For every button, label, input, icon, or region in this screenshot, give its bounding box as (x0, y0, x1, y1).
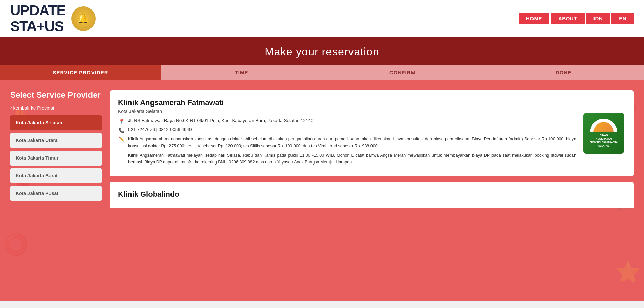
home-button[interactable]: HOME (519, 13, 549, 24)
city-jakarta-selatan[interactable]: Kota Jakarta Selatan (10, 115, 102, 130)
clinic-notes: Klinik Angsamerah mengharuskan konsultas… (128, 136, 576, 166)
logo-badge: 🔔 (71, 6, 96, 31)
reservation-banner: Make your reservation SERVICE PROVIDER T… (0, 37, 644, 80)
clinic-phone: 021 7247676 | 0812 9056 4940 (128, 127, 192, 132)
step-done[interactable]: DONE (483, 65, 644, 80)
clinic-notes-row: ✏️ Klinik Angsamerah mengharuskan konsul… (118, 136, 576, 166)
city-jakarta-utara[interactable]: Kota Jakarta Utara (10, 133, 102, 148)
sidebar-heading: Select Service Provider (10, 90, 102, 100)
clinic-city-angsamerah: Kota Jakarta Selatan (118, 109, 576, 114)
city-jakarta-barat[interactable]: Kota Jakarta Barat (10, 168, 102, 183)
logo-area: UPDATE STA+US 🔔 (10, 3, 96, 34)
steps-bar: SERVICE PROVIDER TIME CONFIRM DONE (0, 65, 644, 80)
nav-buttons: HOME ABOUT IDN EN (519, 13, 634, 24)
cards-area: Klinik Angsamerah Fatmawati Kota Jakarta… (110, 90, 634, 290)
clinic-name-globalindo: Klinik Globalindo (118, 190, 626, 199)
logo-text-dinas: DINASKESEHATAN PROVINSI DKI JAKARTA SELA… (586, 134, 621, 148)
step-service-provider[interactable]: SERVICE PROVIDER (0, 65, 161, 80)
clinic-info-globalindo: Klinik Globalindo (118, 190, 626, 200)
dinas-kesehatan-logo: DINASKESEHATAN PROVINSI DKI JAKARTA SELA… (583, 113, 624, 154)
city-jakarta-timur[interactable]: Kota Jakarta Timur (10, 151, 102, 166)
about-button[interactable]: ABOUT (551, 13, 585, 24)
clinic-phone-row: 📞 021 7247676 | 0812 9056 4940 (118, 127, 576, 133)
logo-text: UPDATE STA+US (10, 3, 66, 34)
city-jakarta-pusat[interactable]: Kota Jakarta Pusat (10, 186, 102, 201)
step-time[interactable]: TIME (161, 65, 322, 80)
clinic-name-angsamerah: Klinik Angsamerah Fatmawati (118, 98, 576, 107)
clinic-logo-area: DINASKESEHATAN PROVINSI DKI JAKARTA SELA… (582, 98, 626, 168)
clinic-address: Jl. RS Fatmawati Raya No.6K RT 09/01 Pul… (128, 118, 314, 123)
step-confirm[interactable]: CONFIRM (322, 65, 483, 80)
sidebar: Select Service Provider kembali ke Provi… (10, 90, 102, 290)
clinic-address-row: 📍 Jl. RS Fatmawati Raya No.6K RT 09/01 P… (118, 118, 576, 124)
clinic-card-globalindo: Klinik Globalindo (110, 182, 634, 208)
top-navigation: UPDATE STA+US 🔔 HOME ABOUT IDN EN (0, 0, 644, 37)
clinic-card-angsamerah: Klinik Angsamerah Fatmawati Kota Jakarta… (110, 90, 634, 176)
address-icon: 📍 (118, 119, 125, 124)
banner-title: Make your reservation (0, 45, 644, 58)
idn-button[interactable]: IDN (586, 13, 610, 24)
notes-icon: ✏️ (118, 136, 125, 142)
clinic-info-angsamerah: Klinik Angsamerah Fatmawati Kota Jakarta… (118, 98, 576, 168)
logo-arc (590, 119, 617, 132)
phone-icon: 📞 (118, 128, 125, 133)
back-to-province-link[interactable]: kembali ke Provinsi (10, 105, 102, 111)
en-button[interactable]: EN (611, 13, 634, 24)
main-content: 🤚 🌹 ⭕ ❤️ 🦋 ⭐ Select Service Provider kem… (0, 80, 644, 301)
